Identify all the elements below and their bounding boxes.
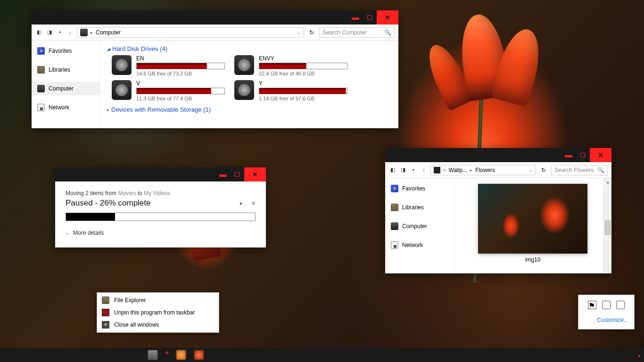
taskbar: + ▴ (0, 348, 644, 362)
progress-bar (66, 213, 256, 221)
drive-name: V (136, 80, 225, 87)
sidebar-item-libraries[interactable]: Libraries (385, 201, 454, 214)
sidebar-label: Network (49, 104, 69, 111)
drive-item[interactable]: EN 14.6 GB free of 73.2 GB (112, 55, 225, 76)
nav-dropdown-icon[interactable]: ▾ (56, 29, 64, 36)
ctx-close-all[interactable]: ✕Close all windows (97, 319, 219, 331)
drive-usage-bar (136, 63, 225, 69)
close-button[interactable]: ✕ (377, 10, 398, 25)
chevron-left-icon: « (443, 167, 446, 173)
minimize-button[interactable]: ▬ (216, 167, 230, 181)
drive-usage-bar (259, 88, 347, 94)
maximize-button[interactable] (576, 148, 590, 162)
ctx-file-explorer[interactable]: File Explorer (97, 294, 219, 306)
sidebar-item-computer[interactable]: Computer (32, 82, 100, 95)
drive-name: Y (259, 80, 347, 87)
resume-button[interactable]: ▸ (240, 200, 243, 206)
group-header-hdd[interactable]: ◢Hard Disk Drives (4) (107, 45, 392, 52)
ctx-unpin[interactable]: Unpin this program from taskbar (97, 306, 219, 319)
search-icon: 🔍 (384, 29, 391, 36)
address-bar[interactable]: « Wallp... ▸ Flowers ⌄ (430, 165, 536, 175)
sidebar-label: Libraries (402, 204, 424, 211)
collapse-icon: ◢ (107, 47, 110, 51)
sidebar-label: Network (402, 242, 423, 248)
toolbar: ◧ ◨ ▾ ↑ « Wallp... ▸ Flowers ⌄ ↻ Search … (385, 162, 611, 178)
drive-item[interactable]: Y 1.14 GB free of 97.6 GB (234, 80, 347, 101)
address-text: Computer (96, 29, 121, 36)
nav-fwd-icon[interactable]: ◨ (399, 166, 407, 174)
sidebar-item-computer[interactable]: Computer (385, 220, 454, 233)
address-dropdown-icon[interactable]: ⌄ (529, 168, 533, 173)
breadcrumb[interactable]: Wallp... (449, 167, 468, 173)
refresh-button[interactable]: ↻ (539, 167, 548, 173)
minimize-button[interactable]: ▬ (348, 10, 363, 25)
sidebar-label: Computer (402, 223, 427, 230)
minimize-button[interactable]: ▬ (561, 148, 576, 162)
nav-dropdown-icon[interactable]: ▾ (410, 166, 417, 174)
tray-icon[interactable] (602, 301, 611, 309)
image-thumbnail[interactable] (478, 184, 587, 254)
chevron-right-icon: ▸ (470, 168, 472, 173)
libraries-icon (37, 66, 45, 74)
group-label: Hard Disk Drives (4) (112, 45, 167, 52)
customize-link[interactable]: Customize... (584, 317, 628, 323)
scroll-thumb[interactable] (605, 221, 611, 235)
taskbar-app-3[interactable] (191, 349, 206, 361)
app-icon (148, 350, 158, 360)
group-header-removable[interactable]: ▸Devices with Removable Storage (1) (107, 106, 392, 113)
nav-fwd-icon[interactable]: ◨ (46, 29, 53, 36)
sidebar-item-favorites[interactable]: Favorites (385, 182, 454, 195)
sidebar: Favorites Libraries Computer Network (385, 178, 454, 273)
titlebar[interactable]: ▬ ✕ (32, 10, 398, 25)
nav-back-icon[interactable]: ◧ (389, 166, 396, 174)
drive-item[interactable]: ENVY 22.4 GB free of 48.8 GB (234, 55, 347, 76)
search-input[interactable]: Search Flowers 🔍 (551, 165, 608, 175)
network-icon (37, 104, 45, 111)
sidebar-label: Computer (49, 85, 74, 92)
taskbar-app-2[interactable] (173, 349, 189, 361)
tray-toggle-icon[interactable]: ▴ (638, 353, 640, 358)
address-dropdown-icon[interactable]: ⌄ (297, 30, 301, 35)
taskbar-app-1[interactable] (145, 349, 160, 361)
drive-item[interactable]: V 11.3 GB free of 77.4 GB (112, 80, 225, 101)
sidebar-item-favorites[interactable]: Favorites (32, 44, 100, 58)
explorer-icon (102, 296, 109, 304)
search-input[interactable]: Search Computer 🔍 (319, 27, 395, 38)
divider-icon: + (163, 349, 171, 361)
computer-icon (37, 85, 45, 92)
drive-usage-bar (259, 63, 347, 69)
drive-free-text: 14.6 GB free of 73.2 GB (136, 71, 225, 76)
close-button[interactable]: ✕ (590, 148, 611, 162)
sidebar-item-libraries[interactable]: Libraries (32, 63, 100, 76)
maximize-button[interactable] (363, 10, 377, 25)
sidebar-item-network[interactable]: Network (385, 239, 454, 252)
more-details-toggle[interactable]: ⌄More details (66, 230, 256, 236)
thumbnail-label: img10 (525, 256, 541, 263)
refresh-button[interactable]: ↻ (307, 29, 316, 36)
address-bar[interactable]: ▸ Computer ⌄ (77, 27, 304, 38)
sidebar: Favorites Libraries Computer Network (32, 41, 100, 128)
favorites-icon (391, 185, 398, 192)
flag-icon[interactable]: ⚑ (588, 301, 596, 309)
libraries-icon (391, 204, 398, 211)
nav-back-icon[interactable]: ◧ (35, 29, 43, 36)
scroll-up-icon[interactable]: ▴ (604, 178, 611, 186)
maximize-button[interactable] (230, 167, 244, 181)
close-button[interactable]: ✕ (244, 167, 266, 181)
copy-status-text: Paused - 26% complete (66, 198, 151, 208)
tray-icon[interactable] (616, 301, 625, 309)
sidebar-item-network[interactable]: Network (32, 101, 100, 114)
progress-fill (66, 213, 115, 221)
sidebar-label: Favorites (49, 48, 72, 54)
nav-up-icon[interactable]: ↑ (420, 166, 428, 174)
computer-icon (80, 29, 88, 36)
breadcrumb[interactable]: Flowers (475, 167, 495, 173)
search-placeholder: Search Flowers (554, 167, 594, 173)
titlebar[interactable]: ▬ ✕ (55, 167, 266, 181)
network-icon (391, 241, 398, 249)
titlebar[interactable]: ▬ ✕ (385, 148, 611, 162)
scrollbar[interactable]: ▴ (603, 178, 611, 273)
close-icon: ✕ (102, 321, 109, 329)
nav-up-icon[interactable]: ↑ (66, 29, 74, 36)
cancel-copy-button[interactable]: ✕ (251, 200, 256, 206)
